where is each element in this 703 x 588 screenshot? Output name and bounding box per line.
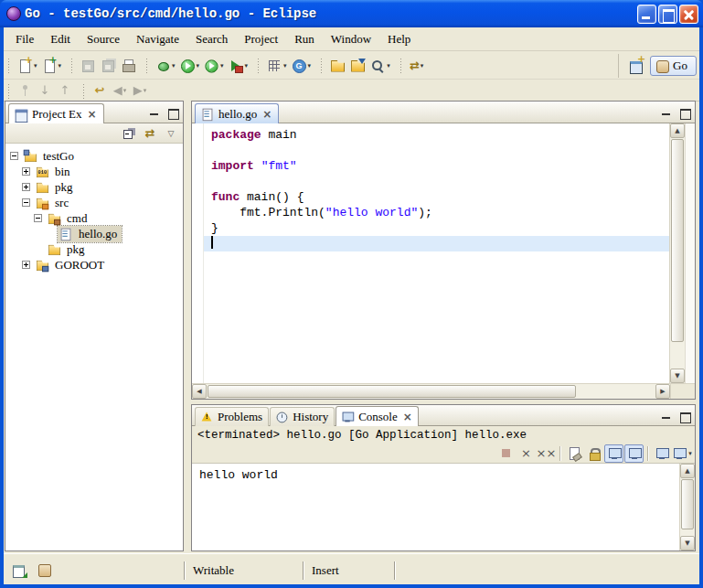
- scroll-track[interactable]: [670, 138, 685, 369]
- close-editor-tab-icon[interactable]: ×: [262, 108, 272, 121]
- toolbar-grip-handle[interactable]: [70, 58, 74, 73]
- menu-item-navigate[interactable]: Navigate: [128, 29, 187, 49]
- editor-horizontal-scrollbar[interactable]: ◀ ▶: [192, 383, 695, 399]
- tree-row[interactable]: pkg: [5, 179, 183, 195]
- code-line[interactable]: [204, 143, 669, 158]
- scroll-thumb-h[interactable]: [208, 385, 576, 398]
- tree-row[interactable]: GOROOT: [5, 257, 183, 273]
- tree-node-bin[interactable]: bin: [34, 164, 75, 180]
- toolbar-grip-handle[interactable]: [82, 83, 86, 99]
- tree-node-cmd[interactable]: cmd: [46, 210, 91, 227]
- view-menu-button[interactable]: ▽: [162, 124, 180, 142]
- title-bar[interactable]: Go - testGo/src/cmd/hello.go - Eclipse: [0, 0, 703, 27]
- tree-expander-icon[interactable]: [34, 214, 42, 222]
- tree-row[interactable]: bin: [5, 164, 183, 179]
- maximize-editor-button[interactable]: [676, 105, 692, 119]
- code-line[interactable]: package main: [204, 127, 669, 143]
- tab-history[interactable]: History: [270, 407, 335, 426]
- tab-hello-go[interactable]: hello.go ×: [195, 103, 279, 123]
- scroll-up-icon[interactable]: ▲: [670, 123, 685, 138]
- team-sync-button[interactable]: ⇄▾: [407, 55, 427, 77]
- scroll-lock-button[interactable]: [584, 444, 603, 463]
- code-line[interactable]: [204, 236, 669, 251]
- tree-row[interactable]: pkg: [5, 241, 183, 257]
- minimize-editor-button[interactable]: [658, 105, 674, 119]
- remove-launch-button[interactable]: ×: [517, 444, 536, 463]
- go-perspective-button[interactable]: Go: [650, 56, 697, 76]
- minimize-view-button[interactable]: [146, 105, 162, 119]
- tree-expander-icon[interactable]: [22, 198, 30, 207]
- external-tools-button[interactable]: ▾: [226, 55, 250, 77]
- tree-node-hello-go[interactable]: hello.go: [58, 226, 122, 242]
- editor-vertical-scrollbar[interactable]: ▲ ▼: [669, 123, 685, 383]
- tree-expander-icon[interactable]: [22, 183, 30, 191]
- tree-node-pkg[interactable]: pkg: [46, 241, 90, 258]
- console-scroll-thumb[interactable]: [681, 479, 694, 529]
- open-console-button[interactable]: ▾: [672, 444, 691, 463]
- toolbar-grip-handle[interactable]: [7, 83, 11, 99]
- menu-item-edit[interactable]: Edit: [42, 29, 79, 49]
- code-line[interactable]: func main() {: [204, 189, 669, 205]
- tab-problems[interactable]: Problems: [195, 407, 269, 426]
- open-folder-button[interactable]: [327, 55, 347, 77]
- scroll-right-icon[interactable]: ▶: [655, 384, 670, 399]
- console-output[interactable]: hello world: [192, 464, 679, 551]
- menu-item-window[interactable]: Window: [323, 29, 379, 49]
- menu-item-search[interactable]: Search: [187, 29, 236, 49]
- last-edit-button[interactable]: ↩: [90, 80, 110, 102]
- maximize-view-button[interactable]: [165, 105, 180, 119]
- close-button[interactable]: [679, 5, 698, 24]
- toolbar-grip-handle[interactable]: [320, 58, 324, 73]
- console-scroll-track[interactable]: [680, 478, 695, 536]
- tree-node-src[interactable]: src: [34, 195, 73, 211]
- minimize-console-button[interactable]: [658, 409, 674, 422]
- code-line[interactable]: [204, 174, 669, 189]
- code-line[interactable]: fmt.Println("hello world");: [204, 205, 669, 220]
- scroll-down-icon[interactable]: ▼: [670, 369, 685, 383]
- toolbar-grip-handle[interactable]: [257, 58, 261, 73]
- link-with-editor-button[interactable]: ⇄: [141, 124, 159, 142]
- show-stderr-button[interactable]: [624, 444, 644, 463]
- menu-item-file[interactable]: File: [7, 29, 42, 49]
- tree-node-pkg[interactable]: pkg: [34, 179, 78, 196]
- print-button[interactable]: [118, 55, 138, 77]
- maximize-console-button[interactable]: [676, 409, 692, 422]
- search-button[interactable]: ▾: [367, 55, 392, 77]
- run-config-button[interactable]: ▾: [201, 55, 226, 77]
- menu-item-source[interactable]: Source: [79, 29, 128, 49]
- collapse-all-button[interactable]: [120, 124, 138, 142]
- show-stdout-button[interactable]: [604, 444, 623, 463]
- fast-view-icon[interactable]: [11, 562, 27, 579]
- tree-expander-icon[interactable]: [10, 152, 18, 160]
- scroll-track-h[interactable]: [207, 384, 655, 399]
- minimize-button[interactable]: [637, 5, 656, 24]
- go-grid-button[interactable]: ▾: [264, 55, 289, 77]
- tree-node-goroot[interactable]: GOROOT: [34, 257, 109, 273]
- tree-row[interactable]: testGo: [5, 148, 183, 164]
- tab-project-explorer[interactable]: Project Ex ×: [8, 103, 104, 123]
- menu-item-help[interactable]: Help: [379, 29, 419, 49]
- close-console-tab-icon[interactable]: ×: [403, 411, 412, 423]
- console-vertical-scrollbar[interactable]: ▲ ▼: [679, 464, 695, 551]
- console-scroll-down-icon[interactable]: ▼: [680, 536, 695, 551]
- tree-node-testgo[interactable]: testGo: [22, 148, 79, 165]
- tree-expander-icon[interactable]: [22, 261, 30, 269]
- clear-console-button[interactable]: [564, 444, 583, 463]
- vertical-sash[interactable]: [184, 101, 191, 551]
- toolbar-grip-handle[interactable]: [399, 58, 403, 73]
- import-folder-button[interactable]: [347, 55, 367, 77]
- scroll-thumb[interactable]: [671, 139, 684, 342]
- tree-row[interactable]: cmd: [5, 210, 183, 226]
- toolbar-grip-handle[interactable]: [7, 58, 11, 73]
- go-globe-button[interactable]: ▾: [289, 55, 314, 77]
- maximize-button[interactable]: [658, 5, 677, 24]
- open-perspective-button[interactable]: [626, 55, 646, 77]
- go-trim-icon[interactable]: [37, 562, 53, 579]
- new-menu-button[interactable]: ▾: [39, 55, 64, 77]
- scroll-left-icon[interactable]: ◀: [192, 384, 207, 399]
- debug-button[interactable]: ▾: [153, 55, 177, 77]
- tree-row[interactable]: hello.go: [5, 226, 183, 241]
- toolbar-grip-handle[interactable]: [145, 58, 149, 73]
- code-line[interactable]: import "fmt": [204, 158, 669, 174]
- remove-all-button[interactable]: ××: [537, 444, 556, 463]
